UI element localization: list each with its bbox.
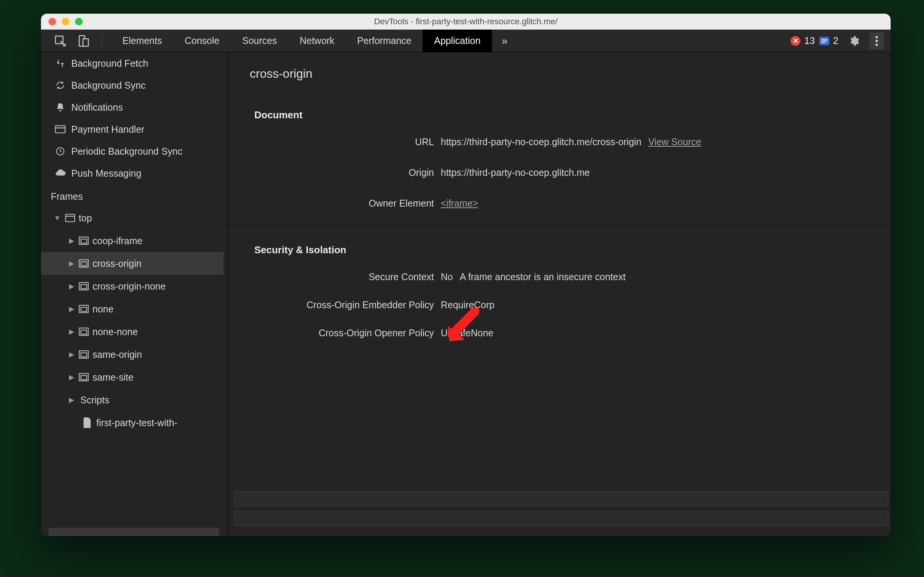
file-icon xyxy=(84,417,92,428)
svg-rect-19 xyxy=(81,285,87,289)
tab-network[interactable]: Network xyxy=(288,29,346,52)
iframe-icon xyxy=(79,282,89,290)
disclosure-triangle-icon: ▶ xyxy=(69,305,74,313)
value-secure-context: No xyxy=(441,271,453,282)
sidebar-item-label: Periodic Background Sync xyxy=(71,146,182,157)
tree-frame-item[interactable]: ▶ cross-origin-none xyxy=(41,275,224,298)
drawer-bar[interactable] xyxy=(234,491,889,506)
sidebar-item-label: Payment Handler xyxy=(71,124,144,135)
frame-details-panel: cross-origin Document URL https://third-… xyxy=(228,52,891,536)
tree-frame-item[interactable]: ▶ coop-iframe xyxy=(41,229,224,252)
push-messaging-icon xyxy=(55,168,66,179)
background-sync-icon xyxy=(55,80,66,91)
tab-console[interactable]: Console xyxy=(173,29,231,52)
disclosure-triangle-icon: ▶ xyxy=(69,373,74,381)
maximize-window-button[interactable] xyxy=(75,18,83,26)
row-secure-context: Secure Context No A frame ancestor is an… xyxy=(229,263,891,291)
document-section: Document URL https://third-party-no-coep… xyxy=(229,96,891,231)
tree-label: top xyxy=(79,213,92,224)
inspect-element-icon[interactable] xyxy=(54,34,67,47)
frame-title: cross-origin xyxy=(229,52,891,96)
sidebar-item-background-sync[interactable]: Background Sync xyxy=(41,74,224,96)
disclosure-triangle-icon: ▶ xyxy=(69,396,74,404)
svg-rect-15 xyxy=(81,239,87,243)
tree-frame-item-selected[interactable]: ▶ cross-origin xyxy=(41,252,224,275)
view-source-link[interactable]: View Source xyxy=(648,137,701,147)
row-url: URL https://third-party-no-coep.glitch.m… xyxy=(229,128,891,156)
document-section-title: Document xyxy=(229,109,891,121)
row-coop: Cross-Origin Opener Policy UnsafeNone xyxy=(229,319,891,347)
sidebar-item-periodic-background-sync[interactable]: Periodic Background Sync xyxy=(41,140,224,162)
tree-script-file[interactable]: first-party-test-with- xyxy=(41,411,224,434)
tree-frame-item[interactable]: ▶ same-site xyxy=(41,366,224,388)
window-icon xyxy=(65,214,75,222)
sidebar-item-payment-handler[interactable]: Payment Handler xyxy=(41,118,224,140)
svg-rect-2 xyxy=(83,39,88,46)
frames-tree: ▼ top ▶ coop-iframe ▶ cros xyxy=(41,206,224,457)
device-toolbar-icon[interactable] xyxy=(77,34,89,47)
owner-element-link[interactable]: <iframe> xyxy=(441,198,478,209)
toolbar-right: ✕ 13 2 xyxy=(790,29,891,52)
tree-label: none xyxy=(92,304,114,315)
svg-rect-9 xyxy=(55,126,65,133)
svg-rect-5 xyxy=(821,42,825,43)
label-coop: Cross-Origin Opener Policy xyxy=(229,327,441,338)
iframe-icon xyxy=(79,350,89,359)
tree-frame-item[interactable]: ▶ none xyxy=(41,298,224,320)
drawer-bar[interactable] xyxy=(234,511,889,526)
label-owner-element: Owner Element xyxy=(229,198,441,209)
iframe-icon xyxy=(79,305,89,313)
tree-label: Scripts xyxy=(80,395,109,406)
value-coep: RequireCorp xyxy=(441,300,494,311)
tree-top-frame[interactable]: ▼ top xyxy=(41,206,224,229)
disclosure-triangle-icon: ▶ xyxy=(69,237,74,245)
tree-frame-item[interactable]: ▶ none-none xyxy=(41,320,224,343)
drawer-area xyxy=(234,491,889,528)
sidebar-item-notifications[interactable]: Notifications xyxy=(41,96,224,118)
sidebar-item-push-messaging[interactable]: Push Messaging xyxy=(41,162,224,184)
sidebar-item-label: Background Sync xyxy=(71,80,145,91)
application-sidebar: Background Fetch Background Sync Notific… xyxy=(41,52,228,536)
messages-counter[interactable]: 2 xyxy=(819,35,838,46)
value-origin: https://third-party-no-coep.glitch.me xyxy=(441,167,590,178)
row-owner-element: Owner Element <iframe> xyxy=(229,189,891,217)
sidebar-item-label: Notifications xyxy=(71,102,123,113)
svg-rect-23 xyxy=(81,330,87,334)
sidebar-horizontal-scrollbar[interactable] xyxy=(48,528,219,536)
sidebar-item-background-fetch[interactable]: Background Fetch xyxy=(41,52,224,74)
errors-counter[interactable]: ✕ 13 xyxy=(790,35,815,46)
value-url: https://third-party-no-coep.glitch.me/cr… xyxy=(441,137,641,147)
label-secure-context: Secure Context xyxy=(229,271,441,282)
frames-section-header: Frames xyxy=(41,184,224,206)
tree-frame-item[interactable]: ▶ same-origin xyxy=(41,343,224,366)
titlebar: DevTools - first-party-test-with-resourc… xyxy=(41,14,891,29)
notifications-icon xyxy=(55,102,66,113)
tab-sources[interactable]: Sources xyxy=(231,29,288,52)
settings-icon[interactable] xyxy=(843,35,865,47)
svg-point-6 xyxy=(876,36,878,38)
tab-elements[interactable]: Elements xyxy=(111,29,173,52)
tree-scripts-folder[interactable]: ▶ Scripts xyxy=(41,388,224,411)
panel-tabs: Elements Console Sources Network Perform… xyxy=(111,29,492,52)
secure-context-reason: A frame ancestor is an insecure context xyxy=(460,271,626,282)
close-window-button[interactable] xyxy=(48,18,56,26)
error-badge-icon: ✕ xyxy=(790,36,800,46)
overflow-tabs-icon[interactable]: » xyxy=(492,29,518,52)
tree-label: first-party-test-with- xyxy=(96,417,177,429)
sidebar-item-label: Background Fetch xyxy=(71,58,148,69)
tab-application[interactable]: Application xyxy=(423,29,491,52)
disclosure-triangle-icon: ▶ xyxy=(69,327,74,336)
tab-performance[interactable]: Performance xyxy=(346,29,423,52)
row-coep: Cross-Origin Embedder Policy RequireCorp xyxy=(229,291,891,319)
toolbar: Elements Console Sources Network Perform… xyxy=(41,29,891,52)
messages-count: 2 xyxy=(833,35,838,46)
svg-rect-17 xyxy=(81,262,87,266)
background-fetch-icon xyxy=(55,58,66,69)
disclosure-triangle-icon: ▼ xyxy=(54,214,61,222)
disclosure-triangle-icon: ▶ xyxy=(69,282,74,290)
disclosure-triangle-icon: ▶ xyxy=(69,350,74,359)
iframe-icon xyxy=(79,237,89,245)
more-menu-icon[interactable] xyxy=(869,32,884,49)
minimize-window-button[interactable] xyxy=(62,18,69,26)
svg-point-8 xyxy=(876,44,878,46)
